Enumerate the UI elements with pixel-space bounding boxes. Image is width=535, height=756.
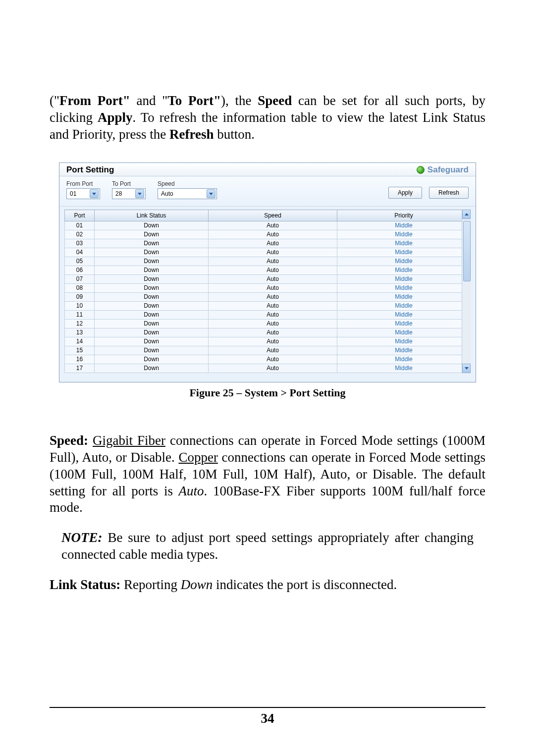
safeguard-badge: Safeguard	[417, 165, 469, 175]
table-row[interactable]: 17DownAutoMiddle	[65, 364, 471, 373]
chevron-down-icon	[207, 189, 215, 198]
table-row[interactable]: 01DownAutoMiddle	[65, 221, 471, 230]
table-row[interactable]: 14DownAutoMiddle	[65, 337, 471, 346]
cell-speed: Auto	[209, 302, 337, 311]
from-port-control: From Port 01	[66, 180, 100, 199]
intro-paragraph: ("From Port" and "To Port"), the Speed c…	[50, 93, 485, 143]
page-footer: 34	[50, 707, 485, 726]
col-link-status[interactable]: Link Status	[95, 210, 209, 221]
safeguard-icon	[417, 166, 425, 174]
cell-priority: Middle	[337, 230, 471, 239]
cell-port: 13	[65, 328, 95, 337]
link-status-label: Link Status:	[50, 577, 120, 592]
refresh-button[interactable]: Refresh	[429, 187, 469, 199]
cell-priority: Middle	[337, 337, 471, 346]
intro-seg2: and "	[130, 93, 168, 108]
intro-apply: Apply	[98, 110, 133, 125]
col-port[interactable]: Port	[65, 210, 95, 221]
apply-button[interactable]: Apply	[388, 187, 422, 199]
cell-speed: Auto	[209, 311, 337, 320]
cell-link-status: Down	[95, 248, 209, 257]
cell-priority: Middle	[337, 257, 471, 266]
to-port-select[interactable]: 28	[112, 188, 146, 199]
speed-para-u2: Copper	[178, 450, 217, 465]
to-port-label: To Port	[112, 180, 146, 187]
cell-link-status: Down	[95, 320, 209, 328]
cell-priority: Middle	[337, 284, 471, 293]
cell-speed: Auto	[209, 257, 337, 266]
cell-speed: Auto	[209, 355, 337, 364]
cell-link-status: Down	[95, 266, 209, 275]
col-priority[interactable]: Priority	[337, 210, 471, 221]
to-port-control: To Port 28	[112, 180, 146, 199]
panel-title: Port Setting	[66, 165, 114, 175]
cell-port: 08	[65, 284, 95, 293]
scroll-up-icon[interactable]	[462, 210, 471, 219]
intro-to-port: To Port"	[167, 93, 221, 108]
cell-speed: Auto	[209, 346, 337, 355]
figure-caption: Figure 25 – System > Port Setting	[50, 386, 485, 399]
cell-speed: Auto	[209, 275, 337, 284]
cell-link-status: Down	[95, 311, 209, 320]
cell-speed: Auto	[209, 328, 337, 337]
cell-priority: Middle	[337, 364, 471, 373]
speed-para-i1: Auto	[179, 484, 204, 498]
cell-port: 12	[65, 320, 95, 328]
cell-priority: Middle	[337, 311, 471, 320]
cell-speed: Auto	[209, 221, 337, 230]
cell-priority: Middle	[337, 328, 471, 337]
speed-control: Speed Auto	[158, 180, 217, 199]
speed-label: Speed	[158, 180, 217, 187]
cell-link-status: Down	[95, 239, 209, 248]
table-scrollbar[interactable]	[462, 210, 471, 373]
cell-priority: Middle	[337, 346, 471, 355]
table-row[interactable]: 07DownAutoMiddle	[65, 275, 471, 284]
table-row[interactable]: 15DownAutoMiddle	[65, 346, 471, 355]
chevron-down-icon	[90, 189, 99, 198]
table-row[interactable]: 04DownAutoMiddle	[65, 248, 471, 257]
table-row[interactable]: 05DownAutoMiddle	[65, 257, 471, 266]
to-port-value: 28	[115, 190, 122, 197]
cell-priority: Middle	[337, 293, 471, 302]
intro-from-port: From Port"	[59, 93, 130, 108]
cell-port: 11	[65, 311, 95, 320]
note-label: NOTE:	[61, 530, 103, 545]
apply-button-label: Apply	[398, 189, 413, 196]
cell-priority: Middle	[337, 355, 471, 364]
cell-priority: Middle	[337, 320, 471, 328]
table-row[interactable]: 02DownAutoMiddle	[65, 230, 471, 239]
cell-port: 10	[65, 302, 95, 311]
note-text: Be sure to adjust port speed settings ap…	[61, 530, 474, 562]
from-port-select[interactable]: 01	[66, 188, 100, 199]
table-row[interactable]: 03DownAutoMiddle	[65, 239, 471, 248]
cell-port: 07	[65, 275, 95, 284]
table-row[interactable]: 08DownAutoMiddle	[65, 284, 471, 293]
table-header-row: Port Link Status Speed Priority	[65, 210, 471, 221]
cell-link-status: Down	[95, 230, 209, 239]
table-row[interactable]: 11DownAutoMiddle	[65, 311, 471, 320]
table-row[interactable]: 10DownAutoMiddle	[65, 302, 471, 311]
table-row[interactable]: 09DownAutoMiddle	[65, 293, 471, 302]
cell-priority: Middle	[337, 275, 471, 284]
page-number: 34	[50, 708, 485, 726]
cell-speed: Auto	[209, 284, 337, 293]
link-status-t1: Reporting	[120, 577, 181, 592]
speed-select[interactable]: Auto	[158, 188, 217, 199]
table-row[interactable]: 12DownAutoMiddle	[65, 320, 471, 328]
cell-speed: Auto	[209, 364, 337, 373]
table-row[interactable]: 16DownAutoMiddle	[65, 355, 471, 364]
link-status-paragraph: Link Status: Reporting Down indicates th…	[50, 577, 485, 594]
cell-speed: Auto	[209, 293, 337, 302]
cell-priority: Middle	[337, 239, 471, 248]
cell-port: 17	[65, 364, 95, 373]
speed-paragraph: Speed: Gigabit Fiber connections can ope…	[50, 432, 485, 516]
table-row[interactable]: 13DownAutoMiddle	[65, 328, 471, 337]
cell-port: 02	[65, 230, 95, 239]
scroll-thumb[interactable]	[463, 221, 471, 281]
col-speed[interactable]: Speed	[209, 210, 337, 221]
intro-speed: Speed	[258, 93, 292, 108]
speed-value: Auto	[161, 190, 173, 197]
table-row[interactable]: 06DownAutoMiddle	[65, 266, 471, 275]
scroll-down-icon[interactable]	[462, 364, 471, 373]
link-status-i1: Down	[181, 577, 213, 592]
